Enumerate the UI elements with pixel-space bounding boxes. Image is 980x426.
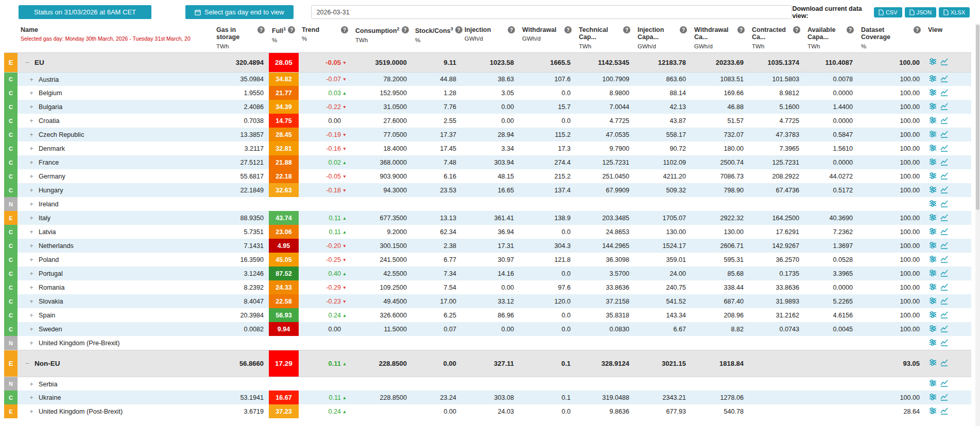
expand-toggle-icon[interactable]: + (28, 200, 35, 208)
country-name[interactable]: Denmark (39, 145, 65, 152)
storage-data-icon[interactable] (929, 339, 937, 348)
chart-view-icon[interactable] (940, 116, 948, 126)
csv-button[interactable]: CSV (874, 7, 902, 17)
info-icon[interactable]: ? (847, 26, 854, 33)
chart-view-icon[interactable] (940, 88, 948, 98)
storage-data-icon[interactable] (929, 283, 937, 292)
storage-data-icon[interactable] (929, 88, 937, 98)
chart-view-icon[interactable] (940, 241, 948, 251)
chart-view-icon[interactable] (940, 58, 948, 67)
country-name[interactable]: Czech Republic (39, 131, 84, 138)
chart-view-icon[interactable] (940, 407, 948, 416)
storage-data-icon[interactable] (929, 255, 937, 264)
storage-data-icon[interactable] (929, 393, 937, 402)
chart-view-icon[interactable] (940, 379, 948, 388)
storage-data-icon[interactable] (929, 116, 937, 126)
scrollbar-thumb[interactable] (976, 25, 979, 210)
country-name[interactable]: Belgium (39, 90, 62, 97)
storage-data-icon[interactable] (929, 269, 937, 278)
chart-view-icon[interactable] (940, 200, 948, 209)
country-name[interactable]: Germany (39, 173, 65, 180)
collapse-toggle-icon[interactable]: − (24, 59, 31, 66)
country-name[interactable]: Netherlands (39, 242, 74, 250)
storage-data-icon[interactable] (929, 227, 937, 237)
expand-toggle-icon[interactable]: + (28, 228, 35, 236)
country-name[interactable]: United Kingdom (Pre-Brexit) (39, 340, 119, 347)
expand-toggle-icon[interactable]: + (28, 145, 35, 152)
storage-data-icon[interactable] (929, 186, 937, 195)
storage-data-icon[interactable] (929, 58, 937, 67)
country-name[interactable]: Slovakia (39, 298, 63, 305)
expand-toggle-icon[interactable]: + (28, 117, 35, 125)
chart-view-icon[interactable] (940, 214, 948, 223)
info-icon[interactable]: ? (623, 26, 630, 33)
chart-view-icon[interactable] (940, 158, 948, 167)
info-icon[interactable]: ? (508, 26, 515, 33)
scrollbar[interactable] (975, 24, 980, 426)
info-icon[interactable]: ? (402, 26, 409, 33)
country-name[interactable]: Spain (39, 312, 55, 319)
expand-toggle-icon[interactable]: + (28, 394, 35, 401)
expand-toggle-icon[interactable]: + (28, 76, 35, 83)
expand-toggle-icon[interactable]: + (28, 103, 35, 111)
country-name[interactable]: Portugal (39, 270, 63, 277)
country-name[interactable]: Ireland (39, 201, 59, 208)
country-name[interactable]: EU (35, 59, 44, 66)
country-name[interactable]: Sweden (39, 326, 62, 333)
country-name[interactable]: Poland (39, 256, 59, 263)
storage-data-icon[interactable] (929, 158, 937, 167)
info-icon[interactable]: ? (737, 26, 745, 33)
chart-view-icon[interactable] (940, 102, 948, 112)
storage-data-icon[interactable] (929, 144, 937, 153)
expand-toggle-icon[interactable]: + (28, 325, 35, 333)
storage-data-icon[interactable] (929, 75, 937, 84)
expand-toggle-icon[interactable]: + (28, 172, 35, 180)
expand-toggle-icon[interactable]: + (28, 297, 35, 305)
country-name[interactable]: Austria (39, 76, 59, 83)
chart-view-icon[interactable] (940, 172, 948, 181)
country-name[interactable]: Latvia (39, 228, 56, 236)
expand-toggle-icon[interactable]: + (28, 339, 35, 347)
country-name[interactable]: Romania (39, 284, 64, 291)
storage-data-icon[interactable] (929, 407, 937, 416)
expand-toggle-icon[interactable]: + (28, 256, 35, 263)
chart-view-icon[interactable] (940, 255, 948, 264)
expand-toggle-icon[interactable]: + (28, 131, 35, 138)
storage-data-icon[interactable] (929, 325, 937, 334)
chart-view-icon[interactable] (940, 311, 948, 320)
country-name[interactable]: Hungary (39, 187, 63, 194)
status-button[interactable]: Status on 31/03/2026 at 6AM CET (19, 5, 151, 19)
storage-data-icon[interactable] (929, 130, 937, 139)
chart-view-icon[interactable] (940, 339, 948, 348)
chart-view-icon[interactable] (940, 297, 948, 306)
expand-toggle-icon[interactable]: + (28, 89, 35, 97)
info-icon[interactable]: ? (680, 26, 687, 33)
country-name[interactable]: Bulgaria (39, 103, 62, 111)
country-name[interactable]: Italy (39, 215, 50, 222)
expand-toggle-icon[interactable]: + (28, 311, 35, 319)
expand-toggle-icon[interactable]: + (28, 186, 35, 194)
info-icon[interactable]: ? (257, 26, 265, 33)
info-icon[interactable]: ? (455, 26, 462, 33)
info-icon[interactable]: ? (288, 26, 295, 33)
chart-view-icon[interactable] (940, 186, 948, 195)
expand-toggle-icon[interactable]: + (28, 407, 35, 415)
storage-data-icon[interactable] (929, 102, 937, 112)
chart-view-icon[interactable] (940, 130, 948, 139)
chart-view-icon[interactable] (940, 269, 948, 278)
storage-data-icon[interactable] (929, 379, 937, 388)
xlsx-button[interactable]: XLSX (939, 7, 970, 17)
info-icon[interactable]: ? (341, 26, 348, 33)
expand-toggle-icon[interactable]: + (28, 214, 35, 222)
collapse-toggle-icon[interactable]: − (24, 360, 31, 367)
storage-data-icon[interactable] (929, 214, 937, 223)
chart-view-icon[interactable] (940, 227, 948, 237)
country-name[interactable]: Ukraine (39, 394, 61, 401)
country-name[interactable]: Non-EU (35, 360, 60, 367)
storage-data-icon[interactable] (929, 241, 937, 251)
select-gas-day-button[interactable]: Select gas day end to view (185, 5, 294, 19)
expand-toggle-icon[interactable]: + (28, 283, 35, 291)
chart-view-icon[interactable] (940, 75, 948, 84)
info-icon[interactable]: ? (914, 26, 921, 33)
storage-data-icon[interactable] (929, 172, 937, 181)
